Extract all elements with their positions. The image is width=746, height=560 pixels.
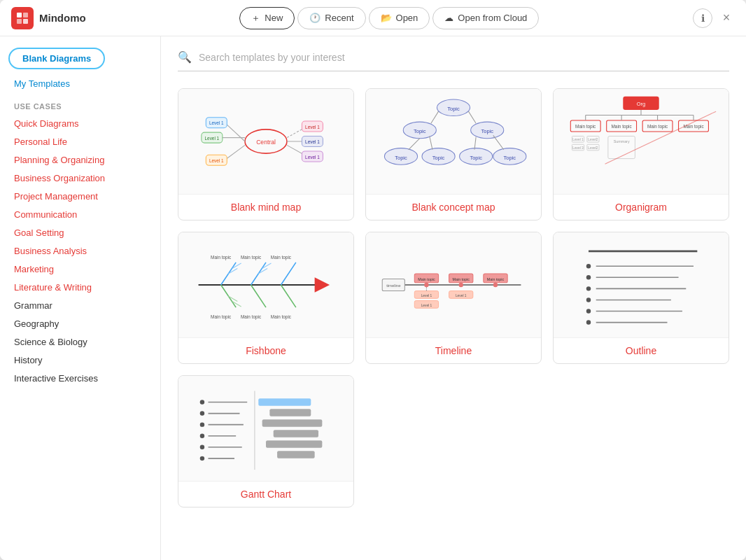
template-label-fishbone: Fishbone xyxy=(178,337,353,363)
my-templates-link[interactable]: My Templates xyxy=(8,75,152,92)
svg-point-124 xyxy=(586,320,591,324)
svg-point-114 xyxy=(586,264,591,268)
svg-text:Level 1: Level 1 xyxy=(456,294,467,298)
svg-text:Topic: Topic xyxy=(432,155,445,161)
sidebar-item-science[interactable]: Science & Biology xyxy=(8,333,152,351)
svg-text:Level 1: Level 1 xyxy=(209,120,224,125)
svg-text:Level 3: Level 3 xyxy=(572,146,584,150)
open-cloud-button[interactable]: ☁ Open from Cloud xyxy=(432,7,539,29)
template-card-gantt-chart[interactable]: Gantt Chart xyxy=(178,375,354,507)
svg-point-130 xyxy=(200,422,204,426)
svg-line-8 xyxy=(225,145,245,160)
svg-rect-141 xyxy=(262,419,323,427)
svg-text:Main topic: Main topic xyxy=(418,277,435,281)
svg-line-41 xyxy=(430,136,432,150)
sidebar-item-project-mgmt[interactable]: Project Management xyxy=(8,188,152,205)
svg-line-43 xyxy=(493,135,504,149)
svg-line-42 xyxy=(474,137,476,150)
svg-line-38 xyxy=(431,111,439,123)
sidebar-item-goal-setting[interactable]: Goal Setting xyxy=(8,224,152,241)
svg-text:Level 1: Level 1 xyxy=(305,155,320,160)
svg-rect-143 xyxy=(266,440,322,448)
title-bar: Mindomo ＋ New 🕐 Recent 📂 Open ☁ Open fro… xyxy=(0,0,746,36)
svg-point-116 xyxy=(586,275,591,279)
svg-text:Main topic: Main topic xyxy=(487,277,505,281)
svg-text:Topic: Topic xyxy=(414,128,426,134)
svg-text:Level 1: Level 1 xyxy=(209,158,224,163)
svg-text:Level 1: Level 1 xyxy=(305,125,320,130)
svg-point-112 xyxy=(493,283,498,287)
svg-line-39 xyxy=(468,111,476,123)
svg-text:Topic: Topic xyxy=(395,155,407,161)
content-area: 🔍 Central xyxy=(161,36,746,560)
template-label-gantt-chart: Gantt Chart xyxy=(178,481,353,507)
sidebar-item-communication[interactable]: Communication xyxy=(8,206,152,223)
app-title: Mindomo xyxy=(39,12,86,24)
svg-text:timeline: timeline xyxy=(386,284,400,288)
open-button[interactable]: 📂 Open xyxy=(369,7,430,29)
template-card-fishbone[interactable]: Main topic Main topic Main topic Main to… xyxy=(178,232,354,364)
title-bar-left: Mindomo xyxy=(11,7,86,29)
sidebar-item-marketing[interactable]: Marketing xyxy=(8,260,152,278)
svg-point-128 xyxy=(200,411,204,415)
svg-rect-142 xyxy=(274,430,318,438)
svg-point-110 xyxy=(424,283,428,287)
template-preview-outline xyxy=(554,232,729,337)
svg-point-126 xyxy=(200,400,204,404)
sidebar-item-planning[interactable]: Planning & Organizing xyxy=(8,151,152,169)
template-preview-blank-concept-map: Topic Topic Topic Topic Topic Topic xyxy=(366,89,541,194)
new-button[interactable]: ＋ New xyxy=(239,7,295,29)
sidebar-item-grammar[interactable]: Grammar xyxy=(8,297,152,314)
template-card-blank-mind-map[interactable]: Central Level 1 Level xyxy=(178,88,354,220)
svg-rect-3 xyxy=(23,19,28,24)
sidebar-item-geography[interactable]: Geography xyxy=(8,315,152,332)
title-bar-right: ℹ × xyxy=(693,8,735,28)
svg-point-111 xyxy=(459,283,463,287)
template-card-blank-concept-map[interactable]: Topic Topic Topic Topic Topic Topic xyxy=(365,88,542,220)
svg-point-122 xyxy=(586,309,591,313)
svg-marker-72 xyxy=(315,277,330,292)
template-card-timeline[interactable]: timeline Main topic Main topic Main topi… xyxy=(365,232,542,364)
template-card-outline[interactable]: Outline xyxy=(553,232,729,364)
svg-text:Topic: Topic xyxy=(470,155,482,161)
svg-point-136 xyxy=(200,456,204,461)
svg-text:Main topic: Main topic xyxy=(612,124,633,130)
search-bar: 🔍 xyxy=(178,50,729,71)
svg-text:Level 1: Level 1 xyxy=(421,294,432,298)
svg-rect-139 xyxy=(258,398,311,406)
clock-icon: 🕐 xyxy=(309,13,321,23)
svg-line-78 xyxy=(281,285,295,307)
template-label-blank-mind-map: Blank mind map xyxy=(178,194,353,220)
sidebar-item-personal-life[interactable]: Personal Life xyxy=(8,133,152,150)
template-preview-fishbone: Main topic Main topic Main topic Main to… xyxy=(178,232,353,337)
svg-text:Topic: Topic xyxy=(447,106,460,112)
close-button[interactable]: × xyxy=(718,10,735,27)
search-input[interactable] xyxy=(199,52,729,63)
blank-diagrams-button[interactable]: Blank Diagrams xyxy=(8,48,105,69)
recent-button[interactable]: 🕐 Recent xyxy=(297,7,365,29)
main-layout: Blank Diagrams My Templates USE CASES Qu… xyxy=(0,36,746,560)
sidebar-item-business-analysis[interactable]: Business Analysis xyxy=(8,242,152,260)
svg-line-75 xyxy=(281,262,295,285)
svg-text:Level 1: Level 1 xyxy=(421,304,432,307)
template-preview-timeline: timeline Main topic Main topic Main topi… xyxy=(366,232,541,337)
template-label-blank-concept-map: Blank concept map xyxy=(366,194,541,220)
svg-line-40 xyxy=(409,139,420,150)
nav-buttons: ＋ New 🕐 Recent 📂 Open ☁ Open from Cloud xyxy=(86,7,693,29)
svg-text:Main topic: Main topic xyxy=(575,124,596,130)
app-logo xyxy=(11,7,34,29)
template-card-organigram[interactable]: Org Main topic Main topic Main topic Mai… xyxy=(553,88,729,220)
template-grid: Central Level 1 Level xyxy=(178,88,729,507)
svg-text:Topic: Topic xyxy=(504,155,516,161)
svg-text:Main topic: Main topic xyxy=(211,255,232,260)
sidebar-item-literature[interactable]: Literature & Writing xyxy=(8,279,152,296)
sidebar-item-quick-diagrams[interactable]: Quick Diagrams xyxy=(8,115,152,132)
sidebar-item-business-org[interactable]: Business Organization xyxy=(8,169,152,187)
use-cases-section: USE CASES xyxy=(8,94,152,115)
sidebar-item-interactive[interactable]: Interactive Exercises xyxy=(8,370,152,387)
info-button[interactable]: ℹ xyxy=(693,8,712,28)
sidebar-item-history[interactable]: History xyxy=(8,351,152,369)
svg-text:Level 1: Level 1 xyxy=(572,138,584,141)
svg-rect-2 xyxy=(17,19,22,24)
svg-text:Main topic: Main topic xyxy=(241,314,262,320)
